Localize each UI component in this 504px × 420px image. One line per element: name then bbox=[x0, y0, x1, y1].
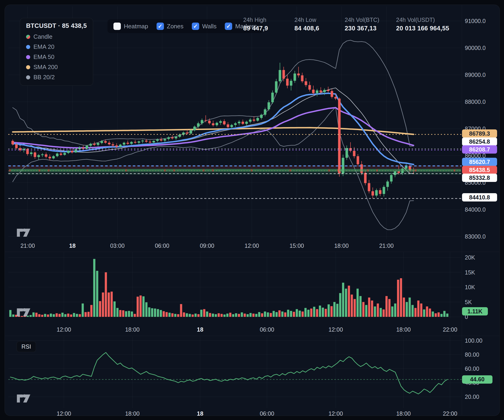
rsi-time-tick: 18:00 bbox=[125, 410, 140, 417]
legend-item-label: SMA 200 bbox=[33, 64, 58, 71]
pane-separator bbox=[5, 252, 499, 252]
stat-value: 20 013 166 964,55 bbox=[396, 25, 449, 32]
time-axis-tick: 15:00 bbox=[290, 242, 304, 249]
rsi-axis-tick: 100.00 bbox=[465, 337, 482, 344]
time-axis-tick: 21:00 bbox=[20, 242, 35, 249]
price-axis-tick: 90000.0 bbox=[465, 45, 486, 51]
checkbox-checked-icon[interactable]: ✓ bbox=[156, 23, 164, 30]
rsi-axis-tick: 20.00 bbox=[465, 394, 479, 400]
stat-value: 230 367,13 bbox=[345, 25, 379, 32]
trading-app: BTCUSDT · 85 438,5 CandleEMA 20EMA 50SMA… bbox=[0, 0, 504, 420]
toggle-walls[interactable]: ✓Walls bbox=[192, 23, 217, 30]
volume-time-tick: 18 bbox=[197, 326, 203, 333]
volume-axis-tick: 10K bbox=[465, 284, 475, 291]
price-level-badge: 86789.3 bbox=[462, 129, 497, 138]
rsi-pane-label: RSI bbox=[17, 341, 36, 352]
price-axis-tick: 91000.0 bbox=[465, 18, 486, 24]
volume-current-badge: 1.11K bbox=[462, 307, 488, 315]
checkbox-checked-icon[interactable]: ✓ bbox=[225, 23, 232, 30]
rsi-time-tick: 18 bbox=[197, 410, 203, 417]
stat-value: 89 447,9 bbox=[243, 25, 268, 32]
legend-color-dot bbox=[26, 75, 30, 79]
price-axis-tick: 88000.0 bbox=[465, 99, 486, 105]
stat--h-high: 24h High89 447,9 bbox=[243, 17, 268, 32]
stat-label: 24h Low bbox=[294, 17, 319, 23]
volume-time-tick: 18:00 bbox=[125, 326, 140, 333]
legend-item-label: BB 20/2 bbox=[33, 74, 55, 81]
time-axis-tick: 18:00 bbox=[334, 242, 349, 249]
symbol-title: BTCUSDT · 85 438,5 bbox=[26, 22, 88, 29]
volume-axis-tick: 20K bbox=[465, 254, 475, 261]
volume-time-tick: 12:00 bbox=[57, 326, 71, 333]
legend-item-ema-20[interactable]: EMA 20 bbox=[26, 43, 88, 50]
tradingview-logo-icon[interactable] bbox=[17, 394, 31, 403]
tradingview-logo-icon[interactable] bbox=[17, 228, 31, 237]
legend-color-dot bbox=[26, 45, 30, 49]
legend-item-bb-20-2[interactable]: BB 20/2 bbox=[26, 74, 88, 81]
rsi-time-tick: 22:00 bbox=[443, 410, 457, 417]
time-axis-tick: 18 bbox=[69, 242, 76, 249]
price-axis-tick: 89000.0 bbox=[465, 72, 486, 78]
pane-separator bbox=[5, 336, 499, 336]
time-axis-tick: 03:00 bbox=[110, 242, 125, 249]
time-axis-tick: 06:00 bbox=[155, 242, 169, 249]
tradingview-logo-icon[interactable] bbox=[17, 308, 31, 317]
price-level-badge: 85438.5 bbox=[462, 166, 497, 174]
legend-color-dot bbox=[26, 35, 30, 39]
legend-item-label: EMA 20 bbox=[33, 43, 54, 50]
stat-label: 24h High bbox=[243, 17, 268, 23]
symbol-legend-card: BTCUSDT · 85 438,5 CandleEMA 20EMA 50SMA… bbox=[20, 18, 93, 86]
stat-label: 24h Vol(USDT) bbox=[396, 17, 449, 23]
price-level-badge: 86254.8 bbox=[462, 137, 497, 146]
overlay-toggles: Heatmap✓Zones✓Walls✓Markers bbox=[108, 19, 263, 33]
toggle-zones[interactable]: ✓Zones bbox=[156, 23, 184, 30]
volume-time-tick: 06:00 bbox=[260, 326, 274, 333]
checkbox-unchecked-icon[interactable] bbox=[114, 23, 121, 30]
legend-item-label: EMA 50 bbox=[33, 53, 54, 61]
stat--h-vol-btc-: 24h Vol(BTC)230 367,13 bbox=[345, 17, 379, 32]
toggle-label: Heatmap bbox=[124, 23, 148, 30]
price-level-badge: 84410.8 bbox=[462, 193, 497, 201]
rsi-time-tick: 06:00 bbox=[260, 410, 274, 417]
rsi-axis-tick: 60.00 bbox=[465, 365, 479, 372]
toggle-label: Walls bbox=[202, 23, 217, 30]
time-axis-tick: 12:00 bbox=[245, 242, 259, 249]
time-axis-tick: 09:00 bbox=[200, 242, 214, 249]
time-axis-tick: 21:00 bbox=[379, 242, 394, 249]
rsi-time-tick: 12:00 bbox=[57, 410, 71, 417]
volume-axis-tick: 5K bbox=[465, 299, 472, 305]
legend-color-dot bbox=[26, 65, 30, 69]
rsi-current-badge: 44.60 bbox=[462, 375, 492, 384]
stat--h-low: 24h Low84 408,6 bbox=[294, 17, 319, 32]
rsi-axis-tick: 80.00 bbox=[465, 351, 479, 358]
legend-item-ema-50[interactable]: EMA 50 bbox=[26, 53, 88, 61]
price-level-badge: 86208.7 bbox=[462, 145, 497, 154]
price-axis-tick: 83000.0 bbox=[465, 233, 486, 240]
stat-value: 84 408,6 bbox=[294, 25, 319, 32]
stat-label: 24h Vol(BTC) bbox=[345, 17, 379, 23]
toggle-heatmap[interactable]: Heatmap bbox=[114, 23, 148, 30]
rsi-time-tick: 12:00 bbox=[329, 410, 343, 417]
price-axis-tick: 84000.0 bbox=[465, 206, 486, 213]
stat--h-vol-usdt-: 24h Vol(USDT)20 013 166 964,55 bbox=[396, 17, 449, 32]
legend-color-dot bbox=[26, 55, 30, 59]
toggle-label: Zones bbox=[167, 23, 184, 30]
checkbox-checked-icon[interactable]: ✓ bbox=[192, 23, 199, 30]
volume-time-tick: 12:00 bbox=[329, 326, 343, 333]
price-level-badge: 85620.7 bbox=[462, 158, 497, 166]
legend-item-label: Candle bbox=[33, 33, 52, 40]
legend-item-sma-200[interactable]: SMA 200 bbox=[26, 64, 88, 71]
volume-time-tick: 18:00 bbox=[396, 326, 411, 333]
volume-axis-tick: 15K bbox=[465, 269, 475, 276]
volume-time-tick: 22:00 bbox=[443, 326, 457, 333]
axis-separator bbox=[462, 5, 462, 415]
legend-item-candle[interactable]: Candle bbox=[26, 33, 88, 40]
rsi-time-tick: 18:00 bbox=[396, 410, 411, 417]
price-level-badge: 85332.8 bbox=[462, 174, 497, 182]
